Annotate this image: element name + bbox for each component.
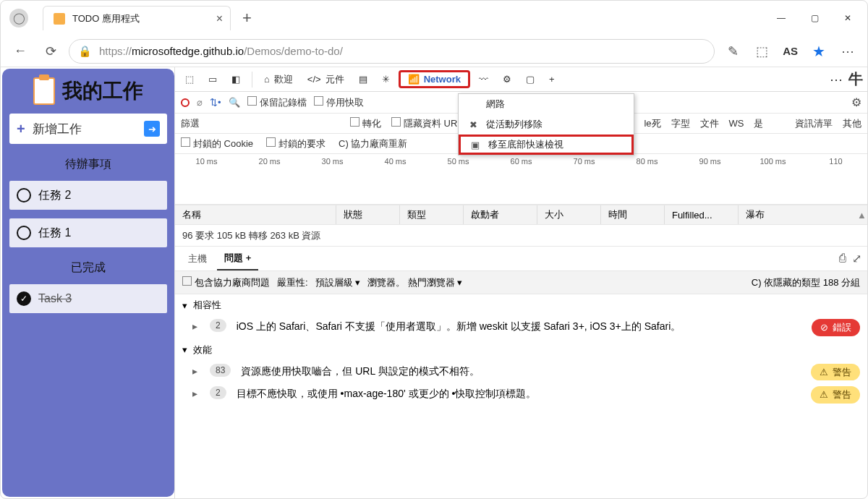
submit-task-button[interactable]: ➜	[144, 121, 160, 137]
search-icon[interactable]: 🔍	[229, 97, 240, 108]
tab-console-icon[interactable]: ▤	[353, 71, 373, 88]
lock-icon: 🔒	[78, 45, 92, 58]
dock-icon[interactable]: ⤢	[852, 252, 861, 265]
tab-elements[interactable]: </>元件	[302, 70, 350, 89]
tab-sources-icon[interactable]: ✳	[376, 71, 396, 88]
ctx-move-to-bottom[interactable]: ▣移至底部快速檢視	[459, 135, 634, 155]
filter-file[interactable]: 文件	[700, 117, 719, 130]
app-title: 我的工作	[62, 77, 143, 105]
browser-tab[interactable]: TODO 應用程式 ×	[43, 6, 231, 30]
tab-network[interactable]: 📶Network	[399, 70, 470, 88]
caret-icon[interactable]: ▸	[192, 319, 200, 334]
preserve-log-checkbox[interactable]: 保留記錄檔	[247, 96, 307, 109]
error-badge[interactable]: 牛	[848, 69, 863, 89]
warning-pill: ⚠ 警告	[811, 386, 860, 404]
clear-icon[interactable]: ⌀	[197, 97, 203, 108]
filter-fragment[interactable]: le死	[644, 117, 660, 130]
col-size[interactable]: 大小	[537, 205, 601, 224]
profile-badge[interactable]: AS	[778, 43, 802, 59]
drawer-tab-issues[interactable]: 問題 +	[217, 247, 258, 270]
issue-row[interactable]: ▸ 2 目標不應快取，或使用 •max-age-180' 或更少的 •快取控制項…	[175, 383, 867, 406]
include-thirdparty-checkbox[interactable]: 包含協力廠商問題	[182, 276, 270, 289]
network-timeline[interactable]: 10 ms 20 ms 30 ms 40 ms 50 ms 60 ms 70 m…	[175, 154, 867, 205]
device-emulation-icon[interactable]: ▭	[203, 71, 223, 88]
task-label: 任務 1	[38, 226, 71, 241]
issue-category-perf[interactable]: ▾ 效能	[175, 339, 867, 361]
panel-icon[interactable]: ◧	[226, 71, 246, 88]
more-menu-icon[interactable]: ⋯	[835, 39, 860, 64]
col-waterfall[interactable]: 瀑布	[739, 205, 850, 224]
col-time[interactable]: 時間	[601, 205, 665, 224]
profile-avatar-icon[interactable]: ◯	[9, 9, 28, 27]
favorite-star-icon[interactable]: ★	[807, 39, 831, 64]
filter-toggle-icon[interactable]: ⇅•	[210, 97, 221, 108]
network-settings-icon[interactable]: ⚙	[851, 95, 861, 109]
task-label: Task 3	[38, 292, 72, 305]
browsers-select[interactable]: 瀏覽器。 熱門瀏覽器 ▾	[367, 276, 462, 289]
more-tools-icon[interactable]: ⋯	[830, 72, 843, 88]
app-icon[interactable]: ⬚	[749, 39, 774, 64]
task-item-done[interactable]: ✓Task 3	[9, 284, 167, 313]
add-tab-button[interactable]: +	[543, 71, 561, 88]
col-type[interactable]: 類型	[400, 205, 464, 224]
browser-titlebar: ◯ TODO 應用程式 × + — ▢ ✕	[1, 1, 867, 35]
record-button[interactable]	[181, 98, 190, 107]
blocked-request-checkbox[interactable]: 封鎖的要求	[266, 137, 326, 150]
ctx-remove-from-activity[interactable]: ✖從活動列移除	[459, 114, 634, 135]
tab-performance-icon[interactable]: 〰	[473, 71, 494, 88]
col-status[interactable]: 狀態	[336, 205, 400, 224]
severity-select[interactable]: 預設層級 ▾	[315, 276, 361, 289]
unchecked-circle-icon[interactable]	[17, 188, 31, 202]
url-path: /Demos/demo-to-do/	[244, 45, 343, 57]
caret-icon[interactable]: ▸	[192, 386, 200, 401]
checked-circle-icon[interactable]: ✓	[17, 291, 31, 306]
caret-icon[interactable]: ▸	[192, 364, 200, 379]
issue-row[interactable]: ▸ 83 資源應使用快取嚙合，但 URL 與設定的模式不相符。 ⚠ 警告	[175, 361, 867, 384]
add-task-input[interactable]: + 新增工作 ➜	[9, 114, 167, 144]
col-fulfilled[interactable]: Fulfilled...	[665, 205, 739, 224]
issue-text: 目標不應快取，或使用 •max-age-180' 或更少的 •快取控制項標題。	[237, 386, 801, 401]
drawer-tab-host[interactable]: 主機	[181, 248, 214, 270]
devtools-tabstrip: ⬚ ▭ ◧ ⌂歡迎 </>元件 ▤ ✳ 📶Network 〰 ⚙ ▢ + ⋯ 牛	[175, 67, 867, 92]
window-controls: — ▢ ✕	[765, 1, 864, 35]
minimize-button[interactable]: —	[765, 1, 798, 35]
inspect-icon[interactable]: ⬚	[179, 71, 200, 88]
filter-ws[interactable]: WS	[729, 118, 744, 129]
filter-yes[interactable]: 是	[754, 117, 763, 130]
tab-title: TODO 應用程式	[72, 12, 140, 25]
close-window-button[interactable]: ✕	[831, 1, 864, 35]
severity-label: 嚴重性:	[277, 276, 308, 289]
task-item[interactable]: 任務 2	[9, 181, 167, 210]
refresh-button[interactable]: ⟳	[38, 39, 63, 64]
tab-memory-icon[interactable]: ⚙	[497, 71, 517, 88]
filter-other[interactable]: 其他	[843, 117, 861, 130]
clipboard-icon	[33, 77, 55, 105]
convert-checkbox[interactable]: 轉化	[350, 117, 381, 130]
maximize-button[interactable]: ▢	[798, 1, 831, 35]
col-name[interactable]: 名稱	[175, 205, 336, 224]
new-tab-button[interactable]: +	[237, 9, 258, 27]
screenshot-icon[interactable]: ⎙	[839, 252, 846, 265]
col-initiator[interactable]: 啟動者	[464, 205, 537, 224]
issue-row[interactable]: ▸ 2 iOS 上的 Safari、Safari 不支援「使用者選取」。新增 w…	[175, 316, 867, 339]
filter-font[interactable]: 字型	[671, 117, 690, 130]
issue-category-compat[interactable]: ▾ 相容性	[175, 294, 867, 316]
section-done-label: 已完成	[71, 260, 106, 276]
blocked-cookie-checkbox[interactable]: 封鎖的 Cookie	[181, 137, 253, 150]
edit-page-icon[interactable]: ✎	[720, 39, 745, 64]
tab-application-icon[interactable]: ▢	[520, 71, 540, 88]
thirdparty-label: C) 協力廠商重新	[339, 137, 407, 150]
filter-manifest[interactable]: 資訊清單	[795, 117, 833, 130]
back-button[interactable]: ←	[8, 39, 33, 64]
scroll-up-icon[interactable]: ▲	[850, 205, 867, 224]
warning-pill: ⚠ 警告	[811, 364, 860, 381]
close-tab-icon[interactable]: ×	[216, 12, 223, 25]
unchecked-circle-icon[interactable]	[17, 226, 31, 240]
task-item[interactable]: 任務 1	[9, 218, 167, 247]
tab-welcome[interactable]: ⌂歡迎	[258, 70, 299, 89]
filter-label[interactable]: 篩選	[181, 117, 200, 130]
disable-cache-checkbox[interactable]: 停用快取	[314, 96, 364, 109]
hide-url-checkbox[interactable]: 隱藏資料 UR	[391, 117, 457, 130]
dock-bottom-icon: ▣	[469, 140, 481, 150]
url-input[interactable]: 🔒 https://microsoftedge.github.io/Demos/…	[69, 39, 715, 64]
